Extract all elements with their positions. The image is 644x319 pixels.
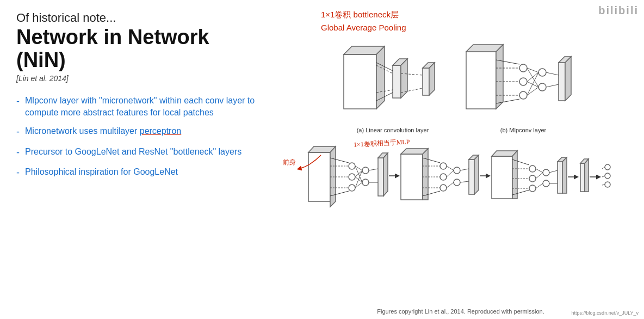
figures-area: (a) Linear convolution layer: [277, 33, 644, 297]
svg-line-75: [447, 166, 454, 170]
list-item: - Mlpconv layer with "micronetwork" with…: [16, 95, 261, 119]
svg-line-103: [549, 170, 558, 173]
svg-point-91: [529, 185, 536, 192]
bullet-text-2: Micronetwork uses multilayer perceptron: [25, 125, 181, 137]
svg-point-112: [605, 164, 610, 170]
svg-line-115: [602, 167, 605, 169]
svg-point-45: [362, 167, 369, 174]
svg-line-59: [369, 169, 378, 170]
svg-line-34: [527, 87, 538, 95]
main-title: Network in Network (NiN): [16, 26, 261, 72]
logo: bilibili: [598, 4, 639, 17]
svg-line-76: [447, 170, 454, 177]
linear-conv-diagram: [338, 38, 447, 125]
svg-line-29: [527, 68, 538, 72]
svg-point-70: [454, 167, 460, 174]
figure-top-row: (a) Linear convolution layer: [277, 38, 644, 133]
svg-point-20: [519, 91, 527, 99]
bullet-dash-3: -: [16, 146, 20, 160]
svg-point-89: [529, 165, 536, 172]
bullet-dash-1: -: [16, 95, 20, 108]
svg-point-90: [529, 175, 536, 182]
bullet-text-4: Philosophical inspiration for GoogLeNet: [25, 166, 178, 178]
svg-line-36: [546, 84, 559, 87]
svg-line-31: [527, 72, 538, 82]
fig-caption-a: (a) Linear convolution layer: [338, 127, 447, 133]
svg-point-22: [538, 83, 546, 91]
svg-point-114: [605, 182, 610, 187]
svg-point-43: [349, 174, 355, 180]
svg-point-67: [440, 163, 447, 169]
svg-marker-102: [562, 157, 567, 193]
svg-line-116: [602, 176, 605, 177]
svg-point-18: [519, 64, 527, 72]
figure-bottom: [277, 139, 644, 223]
svg-line-98: [536, 173, 543, 179]
svg-point-46: [362, 179, 369, 186]
svg-point-68: [440, 174, 447, 180]
bullet-dash-2: -: [16, 125, 20, 139]
svg-line-35: [546, 72, 559, 75]
right-panel: 1×1卷积 bottleneck层 Global Average Pooling: [277, 0, 644, 319]
svg-point-42: [349, 163, 355, 169]
svg-point-113: [605, 173, 610, 179]
figure-b: (b) Mlpconv layer: [463, 38, 583, 133]
list-item: - Precursor to GoogLeNet and ResNet "bot…: [16, 146, 261, 160]
slide: Of historical note... Network in Network…: [0, 0, 644, 319]
svg-line-117: [602, 185, 605, 185]
fig-caption-b: (b) Mlpconv layer: [463, 127, 583, 133]
svg-point-19: [519, 78, 527, 85]
svg-marker-58: [383, 153, 388, 196]
svg-line-77: [447, 182, 454, 188]
svg-point-71: [454, 179, 460, 186]
svg-rect-0: [344, 54, 376, 109]
bullet-list: - Mlpconv layer with "micronetwork" with…: [16, 95, 261, 180]
svg-rect-64: [401, 154, 423, 200]
mlpconv-diagram: [463, 38, 583, 125]
svg-marker-80: [474, 155, 479, 194]
svg-marker-110: [585, 159, 589, 192]
svg-marker-88: [512, 151, 517, 199]
svg-rect-108: [580, 163, 585, 192]
annotation-precursor: 前身: [283, 158, 296, 167]
list-item: - Micronetwork uses multilayer perceptro…: [16, 125, 261, 139]
svg-point-44: [349, 185, 355, 191]
annotation-line1: 1×1卷积 bottleneck层: [321, 8, 406, 21]
svg-rect-78: [469, 160, 474, 194]
bullet-text-3: Precursor to GoogLeNet and ResNet "bottl…: [25, 146, 242, 158]
svg-rect-56: [378, 158, 383, 196]
url-text: https://blog.csdn.net/v_JULY_v: [572, 310, 639, 316]
svg-rect-100: [558, 162, 562, 193]
svg-rect-39: [308, 152, 330, 201]
svg-line-81: [460, 169, 469, 170]
svg-rect-15: [466, 52, 496, 109]
bullet-text-1: Mlpconv layer with "micronetwork" within…: [25, 95, 261, 119]
list-item: - Philosophical inspiration for GoogLeNe…: [16, 166, 261, 180]
svg-line-97: [536, 169, 543, 173]
citation: [Lin et al. 2014]: [16, 74, 261, 83]
svg-line-99: [536, 183, 543, 188]
svg-rect-23: [559, 63, 565, 101]
svg-marker-66: [423, 149, 428, 200]
svg-point-69: [440, 185, 447, 191]
svg-rect-86: [492, 156, 512, 199]
nin-stack-diagram: [303, 139, 618, 223]
svg-marker-25: [565, 57, 571, 101]
svg-rect-6: [423, 68, 429, 95]
svg-marker-2: [376, 46, 385, 109]
svg-marker-17: [496, 45, 503, 109]
historical-note: Of historical note...: [16, 11, 261, 25]
svg-rect-3: [393, 65, 401, 98]
annotation-top: 1×1卷积 bottleneck层 Global Average Pooling: [321, 8, 406, 34]
bullet-dash-4: -: [16, 166, 20, 180]
left-panel: Of historical note... Network in Network…: [0, 0, 277, 319]
svg-point-92: [543, 169, 549, 176]
svg-point-21: [538, 69, 546, 76]
svg-line-82: [460, 181, 469, 182]
figure-a: (a) Linear convolution layer: [338, 38, 447, 133]
svg-marker-8: [429, 63, 435, 95]
svg-point-93: [543, 180, 549, 187]
